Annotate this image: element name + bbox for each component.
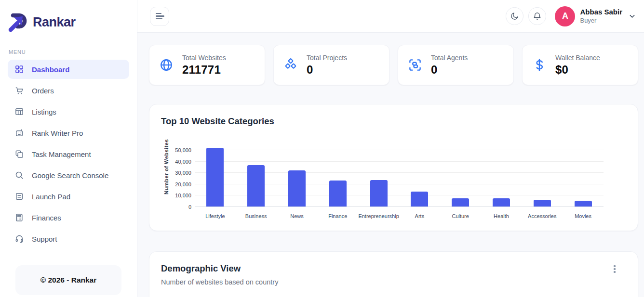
demographic-subtitle: Number of websites based on country (161, 278, 626, 286)
bar-business (247, 165, 265, 207)
demographic-title: Demographic View (161, 263, 626, 274)
bar-finance (329, 181, 347, 207)
x-category-label: Movies (575, 213, 591, 219)
agents-icon (408, 58, 422, 72)
sidebar-nav: Dashboard Orders Listings Rank Writer Pr… (0, 60, 137, 250)
x-category-label: Entrepreneurship (358, 213, 399, 219)
sidebar-footer: © 2026 - Rankar (15, 265, 121, 295)
avatar[interactable]: A (555, 6, 575, 26)
x-category-label: Health (494, 213, 509, 219)
bar-slot: Health (481, 150, 522, 207)
y-axis-title: Number of Websites (163, 146, 169, 194)
bar-chart-plot: LifestyleBusinessNewsFinanceEntrepreneur… (195, 150, 604, 207)
user-menu[interactable]: A Abbas Sabir Buyer (555, 6, 636, 26)
sidebar-item-label: Orders (32, 87, 54, 95)
bar-slot: Movies (563, 150, 604, 207)
notifications-button[interactable] (528, 7, 546, 25)
search-icon (14, 170, 24, 180)
x-category-label: Culture (452, 213, 469, 219)
stat-label: Total Agents (431, 54, 468, 62)
document-icon (14, 192, 24, 201)
x-category-label: Lifestyle (205, 213, 225, 219)
menu-section-label: MENU (0, 38, 137, 60)
chevron-down-icon[interactable] (628, 12, 636, 20)
y-axis-ticks: 010,00020,00030,00040,00050,000 (172, 150, 195, 207)
y-tick-label: 40,000 (175, 159, 191, 165)
bar-slots: LifestyleBusinessNewsFinanceEntrepreneur… (195, 150, 604, 207)
sidebar-item-finances[interactable]: Finances (8, 208, 129, 227)
bar-slot: Culture (440, 150, 481, 207)
stat-card-total-projects: Total Projects 0 (273, 45, 389, 85)
sidebar-item-label: Dashboard (32, 65, 69, 74)
sidebar-item-label: Rank Writer Pro (32, 129, 83, 137)
y-tick-label: 0 (188, 204, 191, 210)
sidebar-item-label: Task Management (32, 150, 91, 158)
y-tick-label: 20,000 (175, 181, 191, 187)
grid-icon (14, 65, 24, 74)
bar-lifestyle (206, 148, 224, 207)
stat-card-total-websites: Total Websites 211771 (149, 45, 265, 85)
bar-health (493, 198, 510, 207)
cubes-icon (283, 58, 298, 72)
bar-news (288, 170, 306, 207)
brand[interactable]: Rankar (0, 0, 137, 38)
calculator-icon (14, 213, 24, 222)
menu-icon (156, 13, 161, 14)
stats-row: Total Websites 211771 Total Projects 0 (149, 45, 638, 85)
x-category-label: News (290, 213, 304, 219)
bar-slot: Arts (399, 150, 440, 207)
topbar: A Abbas Sabir Buyer (137, 0, 644, 33)
demographic-view-card: Demographic View Number of websites base… (149, 251, 638, 297)
bell-icon (533, 12, 542, 21)
sidebar-item-listings[interactable]: Listings (8, 102, 129, 121)
dark-mode-button[interactable] (506, 7, 523, 25)
sidebar: Rankar MENU Dashboard Orders Listings (0, 0, 137, 297)
sidebar-item-label: Listings (32, 108, 56, 116)
sidebar-item-support[interactable]: Support (8, 229, 129, 248)
moon-icon (510, 12, 519, 21)
sidebar-item-label: Finances (32, 214, 61, 222)
stat-value: 0 (307, 63, 347, 77)
content: Total Websites 211771 Total Projects 0 (137, 33, 644, 297)
rankar-logo-icon (7, 12, 28, 33)
top-categories-card: Top 10 Website Categories Number of Webs… (149, 104, 638, 231)
sidebar-item-label: Launch Pad (32, 193, 70, 201)
dollar-icon (532, 58, 547, 72)
sidebar-item-rank-writer-pro[interactable]: Rank Writer Pro (8, 123, 129, 142)
bar-slot: Business (236, 150, 277, 207)
brand-name: Rankar (33, 15, 76, 30)
bar-slot: Accessories (522, 150, 563, 207)
stat-label: Total Websites (182, 54, 226, 62)
sidebar-item-launch-pad[interactable]: Launch Pad (8, 187, 129, 206)
kebab-menu-icon[interactable] (609, 262, 620, 276)
stat-label: Wallet Balance (555, 54, 600, 62)
stat-value: 0 (431, 63, 468, 77)
main-area: A Abbas Sabir Buyer (137, 0, 644, 297)
sidebar-item-dashboard[interactable]: Dashboard (8, 60, 129, 79)
sidebar-item-label: Google Search Console (32, 171, 108, 180)
headset-icon (14, 234, 24, 244)
bar-accessories (534, 200, 551, 207)
chart-title: Top 10 Website Categories (161, 116, 626, 127)
sidebar-item-label: Support (32, 235, 57, 243)
robot-icon (14, 128, 24, 138)
stat-value: 211771 (182, 63, 226, 77)
stat-card-total-agents: Total Agents 0 (398, 45, 514, 85)
bar-movies (575, 201, 592, 207)
sidebar-toggle-button[interactable] (150, 7, 169, 26)
bar-slot: Finance (317, 150, 358, 207)
x-category-label: Business (245, 213, 267, 219)
sidebar-item-task-management[interactable]: Task Management (8, 144, 129, 164)
bar-slot: Entrepreneurship (358, 150, 399, 207)
copy-icon (14, 149, 24, 159)
x-category-label: Arts (415, 213, 425, 219)
x-category-label: Finance (328, 213, 347, 219)
bar-arts (411, 192, 428, 207)
sidebar-item-orders[interactable]: Orders (8, 81, 129, 100)
copyright-text: © 2026 - Rankar (40, 276, 97, 284)
bar-entrepreneurship (370, 180, 388, 207)
bar-slot: News (277, 150, 318, 207)
bar-culture (452, 198, 469, 207)
sidebar-item-google-search-console[interactable]: Google Search Console (8, 166, 129, 185)
y-tick-label: 10,000 (175, 193, 191, 198)
